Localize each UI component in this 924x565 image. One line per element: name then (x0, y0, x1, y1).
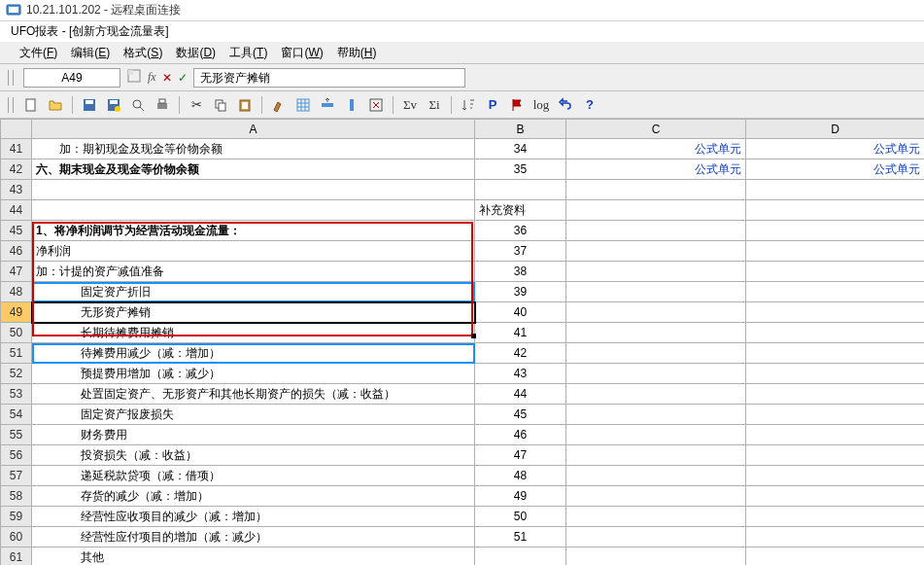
cancel-icon[interactable]: ✕ (162, 71, 172, 85)
col-header-c[interactable]: C (566, 120, 746, 139)
cell[interactable] (746, 486, 925, 507)
cell[interactable] (746, 527, 925, 547)
cell[interactable] (566, 221, 746, 241)
range-icon[interactable] (126, 68, 142, 87)
cell[interactable] (746, 302, 925, 323)
cell[interactable]: 其他 (32, 547, 475, 566)
sigma2-button[interactable]: Σi (424, 94, 445, 116)
cell[interactable]: 净利润 (32, 241, 475, 262)
cell[interactable]: 加：期初现金及现金等价物余额 (32, 139, 475, 159)
open-button[interactable] (45, 94, 66, 116)
row-header[interactable]: 43 (1, 180, 32, 200)
log-button[interactable]: log (530, 94, 552, 116)
cell[interactable]: 六、期末现金及现金等价物余额 (32, 159, 475, 180)
row-header[interactable]: 59 (1, 507, 32, 527)
toolbar-handle[interactable] (8, 70, 14, 86)
insert-col-button[interactable] (341, 94, 362, 116)
row-header[interactable]: 41 (1, 139, 32, 159)
cut-button[interactable]: ✂ (186, 94, 207, 116)
row-header[interactable]: 57 (1, 466, 32, 486)
paste-button[interactable] (234, 94, 256, 116)
menu-tools[interactable]: 工具(T) (223, 43, 273, 63)
cell[interactable]: 46 (475, 425, 566, 445)
cell[interactable] (566, 445, 746, 466)
save-button[interactable] (79, 94, 100, 116)
cell[interactable] (32, 200, 475, 221)
cell[interactable] (566, 343, 746, 364)
cell[interactable] (746, 200, 925, 221)
row-header[interactable]: 46 (1, 241, 32, 262)
cell[interactable] (746, 241, 925, 262)
cell[interactable]: 48 (475, 466, 566, 486)
p-button[interactable]: P (482, 94, 503, 116)
col-header-b[interactable]: B (475, 120, 566, 139)
cell[interactable] (746, 323, 925, 343)
cell[interactable] (475, 180, 566, 200)
insert-row-button[interactable] (317, 94, 338, 116)
cell[interactable]: 44 (475, 384, 566, 405)
row-header[interactable]: 55 (1, 425, 32, 445)
row-header[interactable]: 51 (1, 343, 32, 364)
cell[interactable]: 公式单元 (746, 139, 925, 159)
col-header-d[interactable]: D (746, 120, 925, 139)
toolbar-handle-2[interactable] (8, 97, 14, 113)
cell[interactable]: 预提费用增加（减：减少） (32, 364, 475, 384)
row-header[interactable]: 44 (1, 200, 32, 221)
cell[interactable]: 存货的减少（减：增加） (32, 486, 475, 507)
cell[interactable]: 47 (475, 445, 566, 466)
row-header[interactable]: 60 (1, 527, 32, 547)
cell[interactable]: 财务费用 (32, 425, 475, 445)
cell[interactable] (746, 507, 925, 527)
row-header[interactable]: 54 (1, 405, 32, 425)
formula-input[interactable]: 无形资产摊销 (193, 68, 465, 88)
spreadsheet-grid[interactable]: A B C D 41加：期初现金及现金等价物余额34公式单元公式单元42六、期末… (0, 119, 924, 565)
cell[interactable]: 递延税款贷项（减：借项） (32, 466, 475, 486)
menu-edit[interactable]: 编辑(E) (65, 43, 116, 63)
cell[interactable]: 39 (475, 282, 566, 302)
cell[interactable]: 加：计提的资产减值准备 (32, 262, 475, 282)
cell[interactable] (746, 180, 925, 200)
cell[interactable] (566, 364, 746, 384)
cell[interactable] (746, 384, 925, 405)
cell[interactable]: 处置固定资产、无形资产和其他长期资产的损失（减：收益） (32, 384, 475, 405)
cell[interactable]: 1、将净利润调节为经营活动现金流量： (32, 221, 475, 241)
cell[interactable] (746, 466, 925, 486)
help-button[interactable]: ? (579, 94, 600, 116)
cell[interactable]: 36 (475, 221, 566, 241)
row-header[interactable]: 53 (1, 384, 32, 405)
cell[interactable]: 经营性应收项目的减少（减：增加） (32, 507, 475, 527)
row-header[interactable]: 42 (1, 159, 32, 180)
row-header[interactable]: 56 (1, 445, 32, 466)
cell[interactable]: 公式单元 (566, 139, 746, 159)
cell[interactable] (566, 180, 746, 200)
cell[interactable] (566, 200, 746, 221)
cell[interactable]: 补充资料 (475, 200, 566, 221)
cell[interactable] (32, 180, 475, 200)
grid-button[interactable] (292, 94, 314, 116)
cell[interactable] (475, 547, 566, 566)
row-header[interactable]: 61 (1, 547, 32, 566)
cell[interactable] (746, 262, 925, 282)
cell[interactable] (566, 384, 746, 405)
row-header[interactable]: 45 (1, 221, 32, 241)
cell[interactable]: 长期待摊费用摊销 (32, 323, 475, 343)
preview-button[interactable] (127, 94, 149, 116)
undo-button[interactable] (555, 94, 576, 116)
cell[interactable]: 50 (475, 507, 566, 527)
cell[interactable]: 49 (475, 486, 566, 507)
cell[interactable] (746, 343, 925, 364)
copy-button[interactable] (210, 94, 231, 116)
cell[interactable]: 38 (475, 262, 566, 282)
row-header[interactable]: 48 (1, 282, 32, 302)
confirm-icon[interactable]: ✓ (178, 71, 188, 85)
flag-button[interactable] (506, 94, 528, 116)
cell[interactable] (566, 425, 746, 445)
cell[interactable]: 40 (475, 302, 566, 323)
cell[interactable] (746, 221, 925, 241)
cell[interactable] (746, 282, 925, 302)
cell[interactable]: 41 (475, 323, 566, 343)
print-button[interactable] (152, 94, 173, 116)
cell[interactable]: 固定资产报废损失 (32, 405, 475, 425)
cell[interactable] (746, 405, 925, 425)
cell[interactable]: 固定资产折旧 (32, 282, 475, 302)
